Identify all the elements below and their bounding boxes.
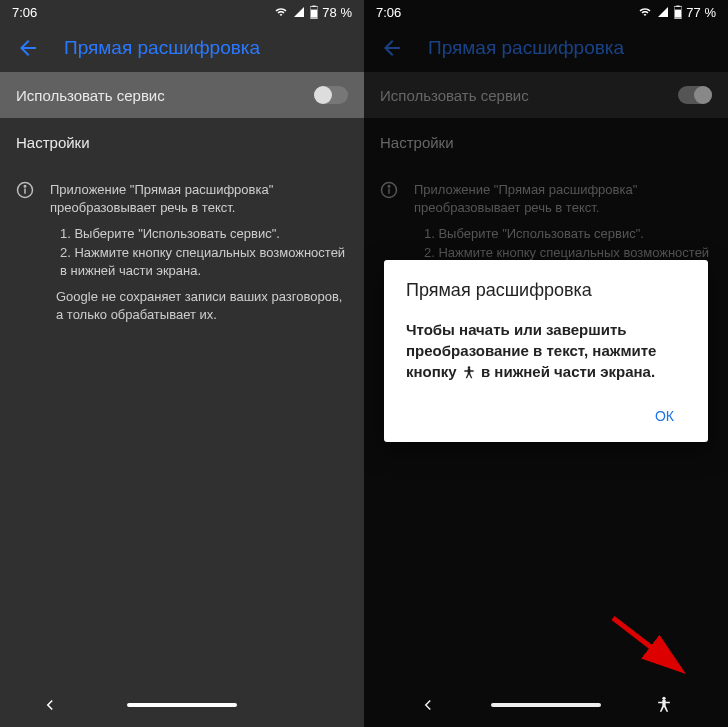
info-step1: 1. Выберите "Использовать сервис". [60, 225, 348, 243]
svg-point-13 [662, 697, 665, 700]
settings-row[interactable]: Настройки [0, 118, 364, 167]
dialog-ok-button[interactable]: ОК [643, 400, 686, 432]
dialog-actions: ОК [406, 400, 686, 432]
nav-accessibility-button[interactable] [640, 695, 688, 715]
settings-label: Настройки [380, 134, 454, 151]
info-line1: Приложение "Прямая расшифровка" преобраз… [50, 181, 348, 217]
dialog: Прямая расшифровка Чтобы начать или заве… [384, 260, 708, 442]
status-right: 77 % [638, 5, 716, 20]
page-title: Прямая расшифровка [428, 37, 624, 59]
signal-icon [656, 6, 670, 18]
battery-icon [310, 5, 318, 19]
nav-bar [0, 683, 364, 727]
nav-back-icon[interactable] [26, 696, 74, 714]
svg-rect-8 [675, 10, 681, 18]
nav-home-pill[interactable] [127, 703, 237, 707]
dialog-body: Чтобы начать или завершить преобразовани… [406, 319, 686, 382]
svg-rect-1 [313, 6, 316, 7]
info-line3: Google не сохраняет записи ваших разгово… [50, 288, 348, 324]
info-line1: Приложение "Прямая расшифровка" преобраз… [414, 181, 712, 217]
use-service-row[interactable]: Использовать сервис [364, 72, 728, 118]
use-service-toggle[interactable] [314, 86, 348, 104]
battery-icon [674, 5, 682, 19]
nav-back-icon[interactable] [404, 696, 452, 714]
svg-rect-2 [311, 10, 317, 18]
settings-label: Настройки [16, 134, 90, 151]
settings-row[interactable]: Настройки [364, 118, 728, 167]
info-text: Приложение "Прямая расшифровка" преобраз… [50, 181, 348, 332]
svg-point-11 [388, 186, 390, 188]
app-bar: Прямая расшифровка [0, 24, 364, 72]
nav-bar [364, 683, 728, 727]
status-bar: 7:06 77 % [364, 0, 728, 24]
status-battery: 77 % [686, 5, 716, 20]
svg-point-12 [467, 366, 470, 369]
back-arrow-icon[interactable] [16, 36, 40, 60]
app-bar: Прямая расшифровка [364, 24, 728, 72]
wifi-icon [274, 6, 288, 18]
info-step2: 2. Нажмите кнопку специальных возможност… [60, 244, 348, 280]
status-time: 7:06 [376, 5, 401, 20]
status-bar: 7:06 78 % [0, 0, 364, 24]
accessibility-icon [461, 365, 477, 381]
arrow-annotation [608, 613, 698, 687]
wifi-icon [638, 6, 652, 18]
info-section: Приложение "Прямая расшифровка" преобраз… [0, 167, 364, 346]
svg-point-5 [24, 186, 26, 188]
dialog-body-after: в нижней части экрана. [477, 363, 655, 380]
back-arrow-icon[interactable] [380, 36, 404, 60]
signal-icon [292, 6, 306, 18]
nav-home-pill[interactable] [491, 703, 601, 707]
info-text: Приложение "Прямая расшифровка" преобраз… [414, 181, 712, 262]
dialog-title: Прямая расшифровка [406, 280, 686, 301]
use-service-label: Использовать сервис [380, 87, 529, 104]
toggle-thumb [694, 86, 712, 104]
info-icon [380, 181, 398, 262]
toggle-thumb [314, 86, 332, 104]
svg-line-14 [613, 618, 678, 668]
use-service-row[interactable]: Использовать сервис [0, 72, 364, 118]
status-battery: 78 % [322, 5, 352, 20]
page-title: Прямая расшифровка [64, 37, 260, 59]
info-step1: 1. Выберите "Использовать сервис". [424, 225, 712, 243]
use-service-label: Использовать сервис [16, 87, 165, 104]
phone-left: 7:06 78 % Прямая расшифровка Использоват… [0, 0, 364, 727]
use-service-toggle[interactable] [678, 86, 712, 104]
status-time: 7:06 [12, 5, 37, 20]
phone-right: 7:06 77 % Прямая расшифровка Использоват… [364, 0, 728, 727]
status-right: 78 % [274, 5, 352, 20]
info-icon [16, 181, 34, 332]
svg-rect-7 [677, 6, 680, 7]
